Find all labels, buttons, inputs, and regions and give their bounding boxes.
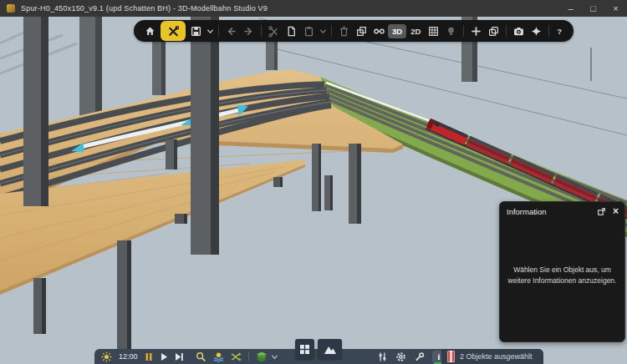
link-button[interactable] [370,22,388,40]
toolbar-separator [548,25,549,37]
maximize-button[interactable]: □ [582,0,604,17]
transform-icon [355,25,368,38]
layers-button[interactable] [256,351,268,362]
plus-icon [470,25,482,38]
arrow-left-icon [225,25,237,38]
panel-close-button[interactable]: × [613,206,619,216]
view-2d-button[interactable]: 2D [406,24,425,38]
paste-button[interactable] [300,22,318,40]
edit-mode-button[interactable] [161,21,186,41]
delete-button[interactable] [335,22,353,40]
transform-button[interactable] [353,22,370,40]
panel-title: Information [507,207,547,216]
minimize-button[interactable]: – [559,0,582,17]
zoom-button[interactable] [196,351,206,362]
filters-button[interactable] [377,351,388,362]
link-icon [373,25,385,38]
window-title: Spur-H0_450x150_v9.1 (upd Schatten BH) -… [21,4,268,13]
arrow-right-icon [242,25,255,38]
trash-icon [338,25,350,38]
duplicate-icon [487,25,500,38]
tools-small-button[interactable] [414,351,425,362]
chevron-down-icon [206,28,214,35]
camera-button[interactable] [510,22,528,40]
close-button[interactable]: × [604,0,627,17]
grid-view-icon [299,344,310,355]
copy-button[interactable] [283,22,300,40]
simulation-controls: 12:00 [101,349,278,364]
panel-toggle-buttons: i [377,349,446,364]
pause-button[interactable] [145,352,153,361]
home-button[interactable] [141,22,159,40]
toolbar-separator [331,25,332,37]
scissors-icon [268,25,280,38]
grid-toggle-button[interactable] [425,22,442,40]
environment-button[interactable] [213,351,224,362]
clipboard-icon [303,25,315,38]
selection-status-label: 2 Objekte ausgewählt [460,352,533,361]
settings-gear-button[interactable] [395,351,406,362]
undo-button[interactable] [222,22,240,40]
sparkle-icon [530,25,543,38]
title-bar: Spur-H0_450x150_v9.1 (upd Schatten BH) -… [0,0,627,17]
tools-icon [167,25,180,38]
information-panel: Information × Wählen Sie ein Objekt aus,… [499,201,625,342]
play-button[interactable] [160,352,168,361]
home-icon [144,25,156,38]
terrain-icon [324,344,337,355]
camera-icon [512,25,525,38]
panel-actions: × [597,206,619,216]
paste-menu-chevron[interactable] [318,22,328,40]
help-button[interactable]: ? [553,24,566,38]
grid-view-button[interactable] [295,339,314,359]
app-icon [7,4,15,13]
layers-menu-chevron[interactable] [271,353,278,361]
grid-icon [427,25,440,38]
information-panel-body: Wählen Sie ein Objekt aus, um weitere In… [500,218,624,341]
save-icon [190,25,202,38]
main-toolbar: 3D 2D [134,20,573,42]
information-panel-header[interactable]: Information × [500,202,624,218]
add-button[interactable] [467,22,485,40]
skip-button[interactable] [175,352,184,361]
view-3d-button[interactable]: 3D [388,24,406,38]
light-button[interactable] [442,22,460,40]
cut-button[interactable] [265,22,283,40]
redo-button[interactable] [240,22,257,40]
clock-label[interactable]: 12:00 [119,352,138,361]
toolbar-separator [463,25,464,37]
effects-button[interactable] [528,22,545,40]
bottombar-separator [248,351,249,361]
save-button[interactable] [187,22,205,40]
chevron-down-icon [319,28,327,35]
selection-status: 2 Objekte ausgewählt [441,349,543,364]
save-menu-chevron[interactable] [205,22,215,40]
lamp-icon [445,25,457,38]
toolbar-separator [261,25,262,37]
empty-selection-hint: Wählen Sie ein Objekt aus, um weitere In… [503,265,621,286]
sun-icon[interactable] [101,351,112,362]
terrain-button[interactable] [318,339,342,359]
document-icon [285,25,298,38]
window-controls: – □ × [559,0,627,17]
signal-flag-icon [447,351,455,362]
info-icon: i [438,352,441,361]
toolbar-separator [506,25,507,37]
duplicate-button[interactable] [485,22,502,40]
toolbar-separator [218,25,219,37]
popout-icon[interactable] [597,207,606,216]
shuffle-button[interactable] [231,351,242,362]
